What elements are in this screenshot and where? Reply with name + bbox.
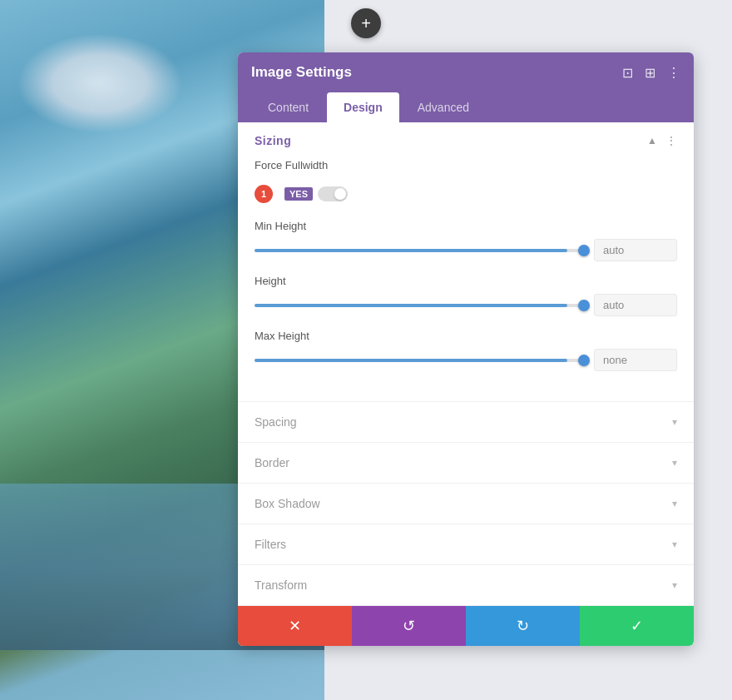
sizing-section: Sizing ▲ ⋮ Force Fullwidth 1 YES <box>238 122 694 402</box>
height-input[interactable] <box>594 294 677 316</box>
height-control <box>255 294 677 316</box>
box-shadow-section[interactable]: Box Shadow ▾ <box>238 484 694 524</box>
spacing-chevron-icon: ▾ <box>672 416 677 428</box>
tab-design[interactable]: Design <box>327 92 399 122</box>
tabs-bar: Content Design Advanced <box>238 92 694 122</box>
panel-title: Image Settings <box>251 64 352 81</box>
spacing-title: Spacing <box>255 415 297 429</box>
cancel-button[interactable]: ✕ <box>238 606 352 646</box>
yes-label: YES <box>284 187 313 201</box>
box-shadow-chevron-icon: ▾ <box>672 498 677 509</box>
columns-icon[interactable]: ⊞ <box>645 65 655 81</box>
border-chevron-icon: ▾ <box>672 457 677 469</box>
sizing-section-controls: ▲ ⋮ <box>647 134 677 147</box>
panel-body: Sizing ▲ ⋮ Force Fullwidth 1 YES <box>238 122 694 606</box>
force-fullwidth-row: Force Fullwidth <box>255 159 677 171</box>
min-height-control <box>255 239 677 261</box>
border-section[interactable]: Border ▾ <box>238 443 694 484</box>
filters-section[interactable]: Filters ▾ <box>238 524 694 565</box>
sizing-collapse-icon[interactable]: ▲ <box>647 135 657 146</box>
max-height-control <box>255 349 677 371</box>
sizing-more-icon[interactable]: ⋮ <box>665 134 677 147</box>
step-badge: 1 <box>255 185 273 203</box>
min-height-slider-track[interactable] <box>255 249 584 252</box>
header-icons: ⊡ ⊞ ⋮ <box>622 65 680 81</box>
sizing-section-title: Sizing <box>255 134 291 147</box>
height-row: Height <box>255 275 677 316</box>
min-height-row: Min Height <box>255 220 677 261</box>
undo-button[interactable]: ↺ <box>352 606 466 646</box>
toggle-row: 1 YES <box>255 185 677 203</box>
max-height-label: Max Height <box>255 330 677 342</box>
force-fullwidth-label: Force Fullwidth <box>255 159 328 171</box>
sizing-body: Force Fullwidth 1 YES Min Height <box>238 159 694 401</box>
tab-advanced[interactable]: Advanced <box>401 92 486 122</box>
add-button[interactable]: + <box>351 8 381 38</box>
sizing-section-header: Sizing ▲ ⋮ <box>238 122 694 159</box>
max-height-slider-track[interactable] <box>255 359 584 362</box>
height-slider-track[interactable] <box>255 304 584 307</box>
min-height-input[interactable] <box>594 239 677 261</box>
spacing-section[interactable]: Spacing ▾ <box>238 402 694 443</box>
force-fullwidth-toggle[interactable] <box>318 186 348 201</box>
panel-header: Image Settings ⊡ ⊞ ⋮ <box>238 52 694 92</box>
transform-section[interactable]: Transform ▾ <box>238 565 694 606</box>
tab-content[interactable]: Content <box>251 92 325 122</box>
confirm-button[interactable]: ✓ <box>580 606 694 646</box>
add-section-container: + <box>351 8 381 38</box>
max-height-input[interactable] <box>594 349 677 371</box>
panel-footer: ✕ ↺ ↻ ✓ <box>238 606 694 646</box>
transform-chevron-icon: ▾ <box>672 579 677 591</box>
responsive-icon[interactable]: ⊡ <box>622 65 633 81</box>
min-height-label: Min Height <box>255 220 677 232</box>
image-settings-panel: Image Settings ⊡ ⊞ ⋮ Content Design Adva… <box>238 52 694 646</box>
filters-chevron-icon: ▾ <box>672 539 677 550</box>
border-title: Border <box>255 456 289 469</box>
max-height-row: Max Height <box>255 330 677 371</box>
box-shadow-title: Box Shadow <box>255 497 320 510</box>
more-icon[interactable]: ⋮ <box>667 65 680 81</box>
transform-title: Transform <box>255 578 307 592</box>
height-label: Height <box>255 275 677 287</box>
redo-button[interactable]: ↻ <box>466 606 580 646</box>
filters-title: Filters <box>255 538 286 551</box>
